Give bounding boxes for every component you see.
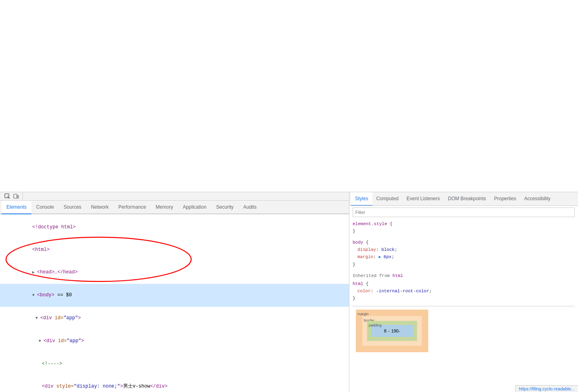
html-line-body[interactable]: ▼ <body> == $0 (0, 284, 349, 307)
devtools-panel: Elements Console Sources Network Perform… (0, 192, 578, 392)
tab-application[interactable]: Application (178, 201, 211, 214)
css-brace-close-body: } (353, 261, 575, 268)
tab-event-listeners[interactable]: Event Listeners (403, 192, 444, 206)
box-right-value[interactable]: 190- (391, 327, 400, 335)
tab-performance[interactable]: Performance (114, 201, 151, 214)
tab-audits[interactable]: Audits (238, 201, 261, 214)
css-selector-body: body { (353, 239, 575, 246)
devtools-left-panel: Elements Console Sources Network Perform… (0, 192, 349, 392)
css-brace-close-element: } (353, 228, 575, 235)
html-tree: <!doctype html> <html> ▶ <head>…</head> … (0, 214, 349, 392)
svg-rect-2 (14, 194, 17, 198)
inspect-element-icon[interactable] (3, 192, 11, 200)
box-margin: margin border padding 8 - (356, 310, 428, 352)
toolbar-separator (23, 193, 23, 200)
styles-panel: element.style { } body { display: block;… (349, 206, 578, 392)
tab-computed[interactable]: Computed (372, 192, 403, 206)
css-brace-close-html: } (353, 295, 575, 302)
css-block-html: html { color: -internal-root-color; } (353, 280, 575, 302)
devtools-tabs: Elements Console Sources Network Perform… (0, 201, 349, 214)
css-block-body: body { display: block; margin: ▶ 8px; } (353, 239, 575, 268)
device-toggle-icon[interactable] (12, 192, 20, 200)
css-prop-display: display: block; (357, 246, 575, 253)
box-padding-label: padding (369, 322, 382, 329)
devtools-right-panel: Styles Computed Event Listeners DOM Brea… (349, 192, 578, 392)
css-prop-margin: margin: ▶ 8px; (357, 253, 575, 261)
tab-dom-breakpoints[interactable]: DOM Breakpoints (444, 192, 490, 206)
box-model-section: margin border padding 8 - (353, 306, 575, 355)
html-line-html-open[interactable]: <html> (0, 238, 349, 261)
css-html-props: color: -internal-root-color; (353, 287, 575, 295)
svg-line-1 (7, 196, 10, 199)
html-line-doctype[interactable]: <!doctype html> (0, 216, 349, 238)
tab-memory[interactable]: Memory (151, 201, 178, 214)
html-line-div-app-inner[interactable]: ▼ <div id="app"> (0, 330, 349, 353)
right-tabs: Styles Computed Event Listeners DOM Brea… (349, 192, 578, 206)
html-line-div-style[interactable]: <div style="display: none;">男士v-show</di… (0, 375, 349, 392)
css-prop-color: color: -internal-root-color; (357, 287, 575, 295)
box-model: margin border padding 8 - (356, 310, 572, 352)
tab-security[interactable]: Security (211, 201, 238, 214)
box-left-value[interactable]: 8 (384, 327, 386, 335)
styles-filter-input[interactable] (353, 207, 575, 217)
css-body-props: display: block; margin: ▶ 8px; (353, 246, 575, 261)
browser-viewport (0, 0, 578, 192)
elements-panel-content: <!doctype html> <html> ▶ <head>…</head> … (0, 214, 349, 392)
tab-network[interactable]: Network (86, 201, 114, 214)
css-block-element-style: element.style { } (353, 220, 575, 235)
css-selector-html: html { (353, 280, 575, 287)
css-selector-element-style: element.style { (353, 220, 575, 228)
box-padding: padding 8 - 190- (367, 321, 417, 341)
html-line-head[interactable]: ▶ <head>…</head> (0, 261, 349, 284)
box-dash: - (388, 327, 390, 335)
tab-console[interactable]: Console (31, 201, 59, 214)
tab-accessibility[interactable]: Accessibility (520, 192, 554, 206)
tab-elements[interactable]: Elements (2, 201, 31, 214)
svg-rect-3 (17, 195, 19, 198)
box-border: border padding 8 - 190- (362, 316, 422, 346)
tab-sources[interactable]: Sources (59, 201, 86, 214)
html-line-comment[interactable]: <!----> (0, 353, 349, 375)
tab-properties[interactable]: Properties (490, 192, 520, 206)
html-line-div-app-outer[interactable]: ▼ <div id="app"> (0, 307, 349, 330)
css-inherited-label: Inherited from html (353, 272, 575, 279)
tab-styles[interactable]: Styles (351, 192, 372, 206)
url-bar: https://filing.cyclo.readable... (515, 385, 578, 392)
devtools-toolbar (0, 192, 349, 201)
